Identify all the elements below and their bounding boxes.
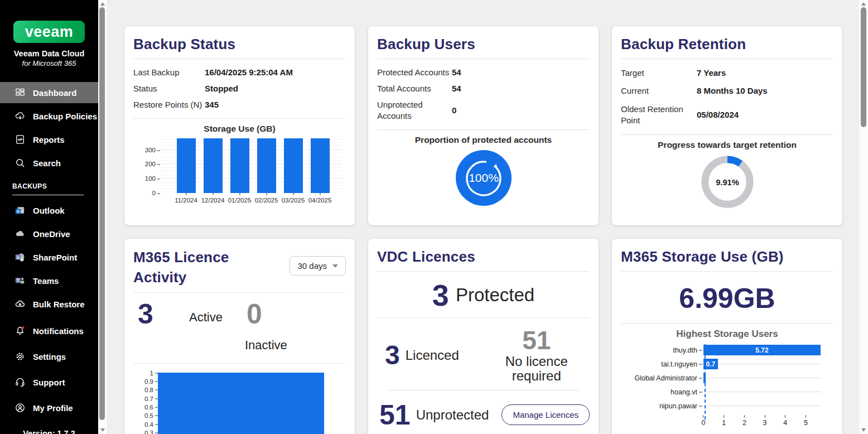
divider [377,129,590,130]
info-row: Oldest Retention Point05/08/2024 [621,100,833,130]
report-icon [15,134,26,145]
hbar-row: thuy.dth5.72 [621,343,833,357]
x-tick-label: 4 [783,415,787,427]
manage-licences-button[interactable]: Manage Licences [501,404,590,425]
chevron-down-icon [332,264,338,268]
licence-activity-stats: 3 Active 0 Inactive [133,298,346,358]
sidebar-scrollbar[interactable] [98,0,107,434]
scroll-down-arrow-icon[interactable] [861,428,866,432]
sidebar-item-sharepoint[interactable]: sSharePoint [0,247,98,268]
sidebar: veeam Veeam Data Cloud for Microsoft 365… [0,0,98,434]
no-licence-stat: 51 No licence required [484,327,590,384]
inactive-count: 0 [247,300,262,328]
scroll-down-arrow-icon[interactable] [100,428,105,432]
sidebar-item-label: Outlook [33,206,65,215]
info-value: 16/04/2025 9:25:04 AM [205,67,346,78]
bar [311,138,330,192]
sidebar-item-teams[interactable]: TTeams [0,270,98,291]
sidebar-item-onedrive[interactable]: OneDrive [0,223,98,244]
info-row: StatusStopped [133,80,346,97]
info-value: Stopped [205,83,346,94]
outlook-icon: o [15,205,26,216]
sidebar-item-search[interactable]: Search [0,152,98,173]
y-tick-label: 0.7 [133,394,158,403]
x-tick-label: 12/2024 [200,197,226,204]
bar: 0.7 [703,359,718,369]
sidebar-item-dashboard[interactable]: Dashboard [0,82,98,103]
info-row: Unprotected Accounts0 [377,97,590,125]
divider [377,271,590,272]
category-label: nipun.pawar [621,402,699,410]
x-tick-label: 0 [702,415,706,427]
inactive-label: Inactive [245,338,287,353]
divider [133,292,346,293]
divider [133,363,346,364]
backup-status-card: Backup Status Last Backup16/04/2025 9:25… [124,26,355,225]
y-tick-label: 0.9 [133,377,158,385]
sidebar-item-outlook[interactable]: oOutlook [0,200,98,221]
main-scrollbar[interactable] [859,0,868,434]
scroll-up-arrow-icon[interactable] [100,2,105,6]
unprotected-stat: 51 Unprotected [379,401,489,429]
info-label: Target [621,67,697,79]
sidebar-item-settings[interactable]: Settings [0,345,98,368]
licence-activity-card: M365 Licence Activity 30 days 3 Active 0… [124,239,355,434]
sidebar-item-notifications[interactable]: Notifications [0,319,98,343]
sidebar-item-backup-policies[interactable]: Backup Policies [0,105,98,127]
gear-icon [15,351,26,362]
divider [377,317,590,318]
info-row: Current8 Months 10 Days [621,82,833,100]
y-tick-label: 0.6 [133,403,158,411]
x-tick-label: 1 [722,415,726,427]
sidebar-item-reports[interactable]: Reports [0,129,98,150]
sidebar-item-label: Notifications [33,326,84,336]
info-label: Restore Points (N) [133,99,205,110]
info-row: Target7 Years [621,64,833,82]
y-tick-label: 0 [152,190,160,196]
x-tick-label: 5 [804,415,808,427]
sidebar-item-my-profile[interactable]: My Profile [0,396,98,419]
info-value: 05/08/2024 [697,109,833,120]
x-tick-label: 2 [742,415,746,427]
period-select[interactable]: 30 days [290,256,346,276]
retention-progress-value: 9.91% [716,178,739,187]
y-tick-label: 0.8 [133,386,158,394]
sidebar-item-bulk-restore[interactable]: Bulk Restore [0,293,98,315]
sharepoint-icon: s [15,252,26,263]
info-label: Last Backup [133,67,205,78]
bar [230,138,249,192]
main-scrollbar-thumb[interactable] [861,7,866,127]
hbar-row: hoang.vt [621,385,833,399]
divider [621,134,833,135]
divider [133,59,346,59]
divider [387,390,580,390]
version-label: Version: 1.7.2 [0,429,98,434]
sidebar-item-label: Backup Policies [33,112,97,121]
no-licence-label: No licence required [484,354,590,384]
sidebar-item-label: SharePoint [33,253,77,262]
info-row: Protected Accounts54 [377,64,590,80]
active-label: Active [189,310,223,325]
sidebar-item-support[interactable]: Support [0,370,98,394]
unprotected-count: 51 [379,401,411,429]
scroll-up-arrow-icon[interactable] [861,2,866,6]
retention-progress-donut: 9.91% [700,155,755,209]
sidebar-item-label: OneDrive [33,229,70,239]
bar [177,138,196,192]
vdc-licences-card: VDC Licences 3 Protected 3 Licenced 51 N… [368,239,599,434]
divider [377,59,590,59]
protected-count: 3 [432,280,449,310]
sidebar-scrollbar-thumb[interactable] [99,7,105,420]
highest-storage-users-title: Highest Storage Users [621,329,833,340]
storage-use-chart: 0100200300 [133,137,346,195]
category-label: thuy.dth [621,346,699,354]
headset-icon [15,377,26,388]
cloud-upload-icon [15,298,26,310]
hbar-row: nipun.pawar [621,399,833,413]
info-row: Total Accounts54 [377,80,590,97]
active-count: 3 [138,300,153,328]
y-tick-label: 1 [133,369,158,377]
info-value: 7 Years [697,67,833,79]
licence-activity-title: M365 Licence Activity [133,247,262,287]
onedrive-icon [15,228,26,239]
